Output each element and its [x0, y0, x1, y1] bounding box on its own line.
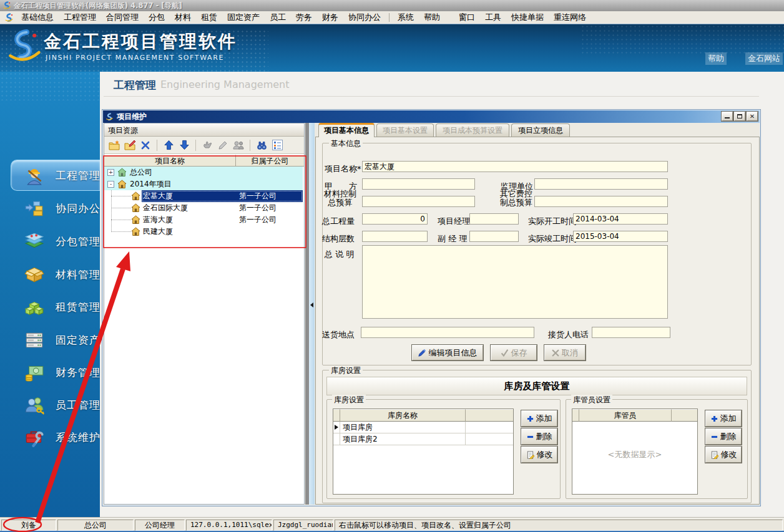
project-name-field[interactable] — [362, 161, 668, 172]
panel-splitter[interactable] — [309, 123, 315, 505]
table-row[interactable]: 项目库房 — [333, 422, 513, 433]
minimize-button[interactable] — [722, 112, 733, 121]
keeper-column-header[interactable]: 库管员 — [579, 409, 672, 422]
tree-row-jinshi-international[interactable]: 金石国际大厦 第一子公司 — [104, 202, 303, 214]
tree-row-hongji-tower[interactable]: 宏基大厦 第一子公司 — [104, 190, 303, 202]
sidebar-item-engineering[interactable]: 工程管理 — [0, 159, 100, 191]
summary-textarea[interactable] — [362, 245, 668, 319]
tree-node-subsidiary: 第一子公司 — [239, 214, 277, 226]
menu-item-subcontract[interactable]: 分包 — [144, 12, 170, 23]
tree-row-2014-projects[interactable]: - 2014年项目 — [104, 178, 303, 190]
deputy-manager-field[interactable] — [469, 231, 519, 242]
menu-item-quick-docs[interactable]: 快捷单据 — [506, 12, 549, 23]
menu-item-window[interactable]: 窗口 — [454, 12, 480, 23]
save-button-label: 保存 — [511, 347, 527, 359]
house-icon — [131, 191, 140, 201]
column-header-subsidiary[interactable]: 归属子公司 — [236, 155, 304, 167]
delete-icon[interactable] — [139, 139, 152, 152]
menu-item-finance[interactable]: 财务 — [317, 12, 343, 23]
other-budget-field[interactable] — [534, 196, 668, 207]
edit-project-button[interactable]: 编辑项目信息 — [412, 345, 483, 360]
menu-item-tools[interactable]: 工具 — [480, 12, 506, 23]
menu-item-office[interactable]: 协同办公 — [343, 12, 386, 23]
supervisor-field[interactable] — [534, 178, 668, 190]
column-header-project-name[interactable]: 项目名称 — [104, 155, 236, 167]
keeper-add-button[interactable]: 添加 — [705, 410, 742, 427]
edit-doc-icon — [710, 451, 718, 459]
menu-item-reconnect[interactable]: 重连网络 — [549, 12, 591, 23]
manager-field[interactable] — [469, 213, 519, 225]
sidebar-item-lease[interactable]: 租赁管理 — [0, 291, 100, 323]
tree-row-lanhai-tower[interactable]: 蓝海大厦 第一子公司 — [104, 214, 303, 226]
warehouse-name-column-header[interactable]: 库房名称 — [340, 409, 466, 422]
sidebar-item-maintenance[interactable]: 系统维护 — [0, 421, 100, 453]
move-down-icon[interactable] — [178, 139, 190, 152]
menu-item-basic-info[interactable]: 基础信息 — [16, 12, 59, 23]
party-a-field[interactable] — [362, 178, 475, 190]
sidebar-item-employees[interactable]: 员工管理 — [0, 389, 100, 421]
menu-item-lease[interactable]: 租赁 — [196, 12, 222, 23]
warehouse-edit-button[interactable]: 修改 — [521, 447, 557, 463]
sidebar-item-fixed-assets[interactable]: 固定资产 — [0, 324, 100, 356]
folder-edit-icon[interactable] — [124, 139, 136, 152]
end-date-label: 实际竣工时间 — [528, 233, 577, 244]
floors-field[interactable] — [362, 231, 428, 242]
delivery-field[interactable] — [361, 327, 534, 338]
keeper-remove-button[interactable]: 删除 — [705, 428, 742, 445]
tree-row-minjian-tower[interactable]: 民建大厦 — [104, 226, 303, 238]
tree-node-label: 宏基大厦 — [143, 190, 173, 202]
warehouse-remove-button[interactable]: 删除 — [521, 428, 557, 445]
menu-item-engineering[interactable]: 工程管理 — [59, 12, 101, 23]
sidebar-item-material[interactable]: 材料管理 — [0, 258, 100, 291]
close-button[interactable]: ✕ — [747, 112, 758, 121]
tab-project-basic-settings: 项目基本设置 — [376, 123, 434, 137]
tab-project-approval-info[interactable]: 项目立项信息 — [511, 123, 570, 137]
x-icon — [552, 349, 559, 357]
end-date-field[interactable] — [573, 231, 668, 242]
tab-project-basic-info[interactable]: 项目基本信息 — [318, 123, 375, 137]
view-options-icon[interactable] — [271, 139, 283, 152]
menu-item-fixed-assets[interactable]: 固定资产 — [222, 12, 265, 23]
edit-button-label: 修改 — [721, 449, 737, 460]
sidebar-item-subcontract[interactable]: 分包管理 — [0, 225, 100, 258]
banner-help-link[interactable]: 帮助 — [705, 52, 727, 65]
panel-caption: 项目资源 — [104, 123, 304, 137]
find-binoculars-icon[interactable] — [255, 139, 268, 152]
maximize-button[interactable] — [734, 112, 745, 121]
keeper-edit-button[interactable]: 修改 — [705, 447, 742, 463]
manager-label: 项目经理 — [438, 216, 470, 227]
start-date-field[interactable] — [573, 213, 668, 225]
statusbar: 刘备 总公司 公司经理 127.0.0.1,1011\sqlexpr Jzgdg… — [0, 517, 784, 532]
menu-item-material[interactable]: 材料 — [170, 12, 196, 23]
row-marker-header — [572, 409, 579, 422]
banner-website-link[interactable]: 金石网站 — [745, 52, 783, 65]
collapse-icon[interactable]: - — [107, 181, 114, 188]
toolbar-separator — [195, 140, 196, 151]
quantity-label: 总工程量 — [322, 216, 355, 227]
quantity-field[interactable] — [362, 213, 428, 225]
maintenance-toolbox-icon — [24, 427, 45, 448]
status-server: 127.0.0.1,1011\sqlexpr — [186, 520, 272, 531]
move-up-icon[interactable] — [162, 139, 175, 152]
inner-window-titlebar[interactable]: 项目维护 ✕ — [103, 110, 760, 123]
sidebar-item-office[interactable]: 协同办公 — [0, 192, 100, 225]
content-area: 工程管理 Engineering Management 项目维护 ✕ 项目资源 — [100, 72, 784, 517]
sidebar-item-finance[interactable]: 财务管理 — [0, 356, 100, 389]
filler-header — [672, 409, 697, 422]
menu-item-labor[interactable]: 劳务 — [291, 12, 317, 23]
material-budget-field[interactable] — [362, 196, 475, 207]
row-marker — [333, 433, 340, 445]
menu-item-contract[interactable]: 合同管理 — [101, 12, 144, 23]
tree-row-head-office[interactable]: + 总公司 — [104, 167, 303, 178]
menu-item-system[interactable]: 系统 — [393, 12, 419, 23]
menu-item-help[interactable]: 帮助 — [419, 12, 445, 23]
os-titlebar: 金石工程项目管理软件(网络集团版) 4.877 - [导航] — [0, 0, 784, 11]
expand-icon[interactable]: + — [107, 169, 114, 176]
warehouse-add-button[interactable]: 添加 — [521, 410, 557, 427]
finance-money-icon — [24, 362, 45, 383]
folder-add-icon[interactable] — [108, 139, 120, 152]
menu-item-employee[interactable]: 员工 — [265, 12, 291, 23]
table-row[interactable]: 项目库房2 — [333, 433, 513, 445]
phone-field[interactable] — [592, 327, 670, 338]
page-subtitle: Engineering Management — [160, 79, 289, 90]
